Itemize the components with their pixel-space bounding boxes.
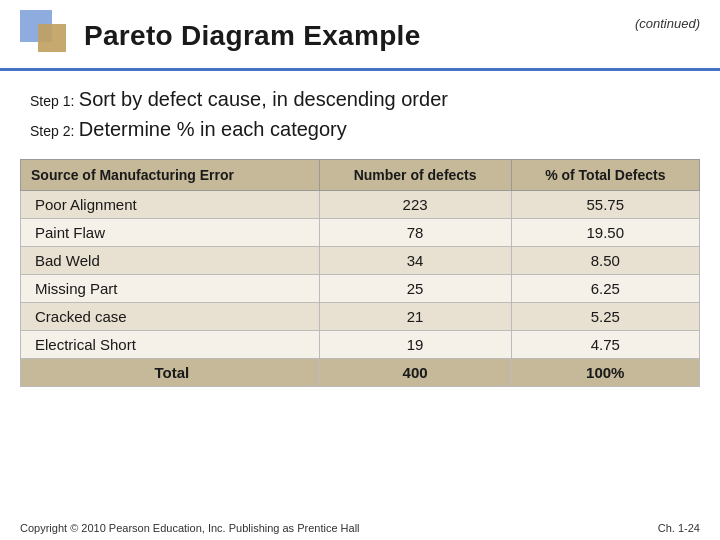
page: Pareto Diagram Example (continued) Step … [0, 0, 720, 540]
table-container: Source of Manufacturing Error Number of … [0, 153, 720, 387]
cell-source-4: Cracked case [21, 303, 320, 331]
header: Pareto Diagram Example (continued) [0, 0, 720, 71]
cell-number-1: 78 [319, 219, 511, 247]
cell-number-5: 19 [319, 331, 511, 359]
col-percent: % of Total Defects [511, 160, 699, 191]
table-row: Poor Alignment22355.75 [21, 191, 700, 219]
footer-copyright: Copyright © 2010 Pearson Education, Inc.… [20, 522, 360, 534]
table-header-row: Source of Manufacturing Error Number of … [21, 160, 700, 191]
cell-total-2: 100% [511, 359, 699, 387]
cell-source-5: Electrical Short [21, 331, 320, 359]
table-row: Electrical Short194.75 [21, 331, 700, 359]
continued-label: (continued) [635, 16, 700, 31]
cell-number-2: 34 [319, 247, 511, 275]
cell-source-1: Paint Flaw [21, 219, 320, 247]
table-row: Cracked case215.25 [21, 303, 700, 331]
footer-page: Ch. 1-24 [658, 522, 700, 534]
cell-number-3: 25 [319, 275, 511, 303]
step-1-text: Sort by defect cause, in descending orde… [79, 88, 448, 110]
table-row: Paint Flaw7819.50 [21, 219, 700, 247]
table-row: Bad Weld348.50 [21, 247, 700, 275]
cell-source-2: Bad Weld [21, 247, 320, 275]
cell-percent-4: 5.25 [511, 303, 699, 331]
step-2-text: Determine % in each category [79, 118, 347, 140]
cell-number-4: 21 [319, 303, 511, 331]
step-1-label: Step 1: [30, 93, 74, 109]
cell-percent-3: 6.25 [511, 275, 699, 303]
table-row: Missing Part256.25 [21, 275, 700, 303]
step-2-label: Step 2: [30, 123, 74, 139]
cell-total-0: Total [21, 359, 320, 387]
table-total-row: Total400100% [21, 359, 700, 387]
defects-table: Source of Manufacturing Error Number of … [20, 159, 700, 387]
step-2-line: Step 2: Determine % in each category [30, 115, 690, 143]
col-source: Source of Manufacturing Error [21, 160, 320, 191]
logo [20, 10, 72, 62]
steps-section: Step 1: Sort by defect cause, in descend… [0, 75, 720, 153]
cell-source-3: Missing Part [21, 275, 320, 303]
cell-percent-5: 4.75 [511, 331, 699, 359]
cell-percent-2: 8.50 [511, 247, 699, 275]
step-1-line: Step 1: Sort by defect cause, in descend… [30, 85, 690, 113]
footer: Copyright © 2010 Pearson Education, Inc.… [20, 522, 700, 534]
cell-percent-0: 55.75 [511, 191, 699, 219]
logo-square-gold [38, 24, 66, 52]
cell-number-0: 223 [319, 191, 511, 219]
page-title: Pareto Diagram Example [84, 20, 421, 52]
cell-percent-1: 19.50 [511, 219, 699, 247]
cell-source-0: Poor Alignment [21, 191, 320, 219]
cell-total-1: 400 [319, 359, 511, 387]
col-number: Number of defects [319, 160, 511, 191]
